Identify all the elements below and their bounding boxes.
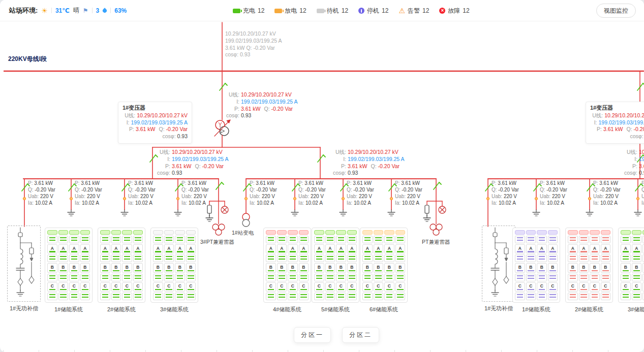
battery-cell: [384, 236, 394, 243]
battery-cell: [621, 274, 631, 281]
feeder-row: Ia: 10.02 A: [181, 200, 209, 206]
feeder-row: Q: -0.20 Var: [250, 186, 277, 193]
battery-cell: [395, 236, 406, 243]
branch-left-measurements: U线:10.29/10.20/10.27 kVI:199.02/199.03/1…: [155, 149, 229, 177]
measure-label: Q:: [159, 126, 164, 133]
feeder-label: P:: [347, 180, 351, 186]
legend-item-discharge[interactable]: 放电12: [274, 7, 306, 15]
view-monitor-button[interactable]: 视图监控: [596, 4, 636, 18]
feeder-measurements: P: 3.61 kWQ: -0.20 VarUab: 220 VIa: 10.0…: [298, 180, 326, 206]
legend-label: 充电: [243, 7, 255, 15]
reactive-compensation-left[interactable]: 1#无功补偿: [7, 226, 41, 312]
battery-cell: [111, 293, 121, 300]
storage-system-box[interactable]: ABCABCABCABC: [512, 228, 560, 303]
feeder-label: Uab:: [593, 194, 604, 199]
switch-icon[interactable]: [434, 182, 441, 189]
u-value: 10.29/10.20/10.27 kV: [241, 91, 292, 99]
cluster-B-cell: B: [100, 263, 110, 272]
transformer-box-left[interactable]: 1#变压器U线:10.29/10.20/10.27 kVI:199.02/199…: [118, 102, 192, 144]
storage-system-left-2: ABCABCABCABC2#储能系统: [98, 228, 145, 313]
battery-cell: [548, 236, 558, 243]
measure-label: cosφ:: [224, 112, 239, 119]
zone-button-2[interactable]: 分区二: [342, 327, 379, 343]
legend-item-standby[interactable]: 待机12: [317, 7, 348, 15]
battery-column: ABC: [111, 230, 121, 300]
cluster-B-cell: B: [568, 263, 578, 272]
storage-system-right-2: ABCABCABCABC2#储能系统: [565, 228, 613, 313]
status-indicator: [579, 230, 589, 235]
station-transformer-icon[interactable]: [242, 213, 250, 227]
feeder-value: -0.20 Var: [600, 187, 620, 193]
battery-column: ABC: [336, 230, 346, 300]
storage-system-label: 5#储能系统: [312, 306, 359, 313]
discharge-battery-icon: [274, 9, 282, 13]
storage-system-box[interactable]: ABCABCABCABC: [150, 228, 198, 303]
feeder-label: Uab:: [128, 194, 139, 199]
p-value: 3.61 kW: [603, 126, 623, 133]
reactive-compensation-right[interactable]: 1#无功补偿: [482, 226, 515, 312]
storage-system-box[interactable]: ABCABCABCABC: [45, 228, 93, 303]
cluster-C-cell: C: [395, 282, 406, 292]
feeder-value: 220 V: [605, 194, 619, 199]
legend-item-fault[interactable]: ×故障12: [439, 7, 469, 15]
status-indicator: [299, 230, 309, 235]
battery-cell: [314, 254, 324, 262]
zone-button-1[interactable]: 分区一: [294, 327, 331, 343]
storage-system-box[interactable]: ABCABCABCABC: [565, 228, 613, 303]
measure-label: P:: [129, 126, 134, 133]
cluster-B-cell: B: [277, 263, 287, 272]
feeder-label: Q:: [128, 187, 134, 193]
storage-system-mid-3: ABCABCABCABC6#储能系统: [360, 228, 408, 313]
battery-cell: [384, 293, 394, 300]
feeder-row: Uab: 220 V: [641, 193, 644, 200]
transformer-box-right[interactable]: 1#变压器U线:10.29/10.20/10.27 kVI:199.02/199…: [586, 102, 644, 144]
feeder-label: Q:: [181, 187, 187, 193]
reactive-compensation-label: 1#无功补偿: [7, 305, 41, 312]
storage-system-box[interactable]: ABCABCABCABC: [98, 228, 145, 303]
ground-icon: [206, 215, 213, 221]
feeder-measurements: P: 3.61 kWQ: -0.20 VarUab: 220 VIa: 10.0…: [250, 180, 277, 206]
battery-column: ABC: [69, 230, 79, 300]
feeder-value: 3.61 kW: [34, 180, 53, 186]
cluster-C-cell: C: [601, 282, 611, 292]
p-value: 3.61 kW: [348, 163, 367, 170]
feeder-label: Q:: [298, 187, 304, 193]
legend-item-charge[interactable]: 充电12: [233, 7, 264, 15]
legend-count: 12: [382, 7, 388, 14]
battery-cell: [579, 293, 589, 300]
legend-item-alarm[interactable]: ⚠告警12: [398, 7, 429, 15]
legend-label: 待机: [327, 7, 339, 15]
feeder-label: Uab:: [347, 194, 357, 199]
feeder-label: Ia:: [492, 200, 497, 206]
storage-system-mid-2: ABCABCABCABC5#储能系统: [312, 228, 359, 313]
legend-item-shutdown[interactable]: 停机12: [358, 7, 388, 15]
cluster-C-cell: C: [362, 282, 373, 292]
wind-value: 3: [96, 7, 100, 14]
feeder-label: Q:: [75, 187, 80, 193]
storage-system-box[interactable]: ABCABCABCABC: [263, 228, 311, 303]
cos-row: cosφ:0.93: [122, 133, 188, 140]
cluster-C-cell: C: [632, 282, 642, 292]
switch-icon[interactable]: [637, 83, 644, 90]
storage-system-box[interactable]: ABCABCABCABC: [618, 228, 644, 303]
ground-icon: [121, 210, 128, 216]
battery-cell: [374, 293, 384, 300]
feeder-value: 220 V: [140, 194, 154, 199]
switch-icon[interactable]: [220, 83, 227, 90]
cos-row: cosφ:0.93: [590, 133, 644, 140]
status-indicator: [621, 230, 631, 235]
feeder-label: Q:: [540, 187, 545, 193]
feeder-label: Uab:: [181, 194, 192, 199]
storage-system-box[interactable]: ABCABCABCABC: [312, 228, 359, 303]
i-value: 199.02/199.03/199.25 A: [131, 119, 188, 126]
battery-cell: [336, 236, 346, 243]
pq-row: P:3.61 kWQ:-0.20 Var: [331, 163, 405, 170]
feeder-value: 220 V: [40, 194, 53, 199]
switch-icon[interactable]: [318, 155, 325, 162]
main-transformer-icon[interactable]: [214, 120, 230, 136]
storage-system-box[interactable]: ABCABCABCABC: [360, 228, 408, 303]
switch-icon[interactable]: [216, 182, 224, 189]
cluster-C-cell: C: [186, 282, 196, 292]
ground-icon: [388, 210, 395, 216]
feeder-label: Ia:: [75, 200, 80, 206]
